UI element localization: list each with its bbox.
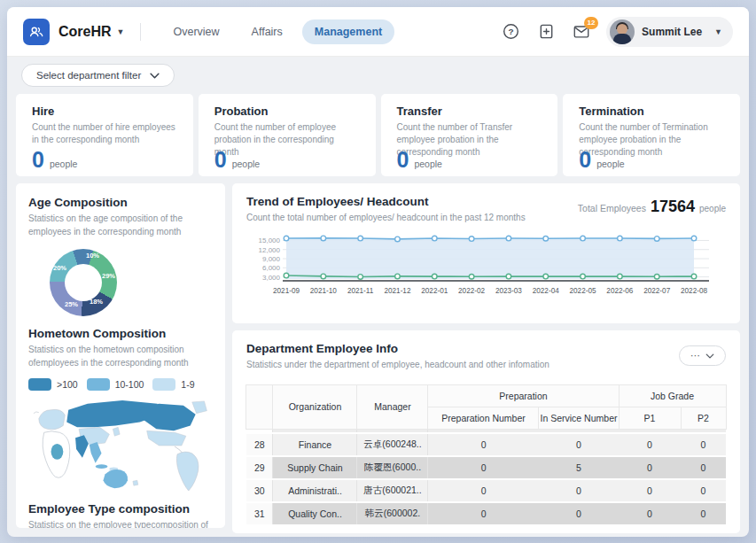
legend-swatch-mid: [87, 378, 110, 391]
row-index: 30: [246, 479, 273, 502]
composition-panel: Age Composition Statistics on the age co…: [16, 183, 225, 528]
row-index: 28: [246, 433, 273, 456]
header-index: [246, 384, 273, 429]
stat-card-termination: Termination Count the number of Terminat…: [563, 94, 740, 176]
table-row[interactable]: 31 Quality Con.. 韩云(600002. 0 0 0 0: [246, 502, 726, 525]
svg-text:2022-07: 2022-07: [643, 287, 670, 295]
legend-swatch-dark: [28, 378, 51, 391]
cell-in-service-number: 0: [539, 479, 619, 502]
age-composition-title: Age Composition: [28, 196, 213, 209]
department-filter-select[interactable]: Select department filter: [21, 64, 175, 87]
svg-text:2022-05: 2022-05: [570, 287, 596, 295]
total-employees-label: Total Employees: [578, 203, 646, 213]
cell-manager: 韩云(600002.: [357, 502, 428, 525]
tab-affairs[interactable]: Affairs: [239, 19, 295, 44]
cell-in-service-number: 0: [539, 502, 619, 525]
department-filter-label: Select department filter: [36, 70, 141, 81]
cell-manager: 唐古(600021..: [357, 479, 428, 502]
donut-label: 29%: [102, 272, 115, 280]
table-row[interactable]: 29 Supply Chain 陈覆恩(6000.. 0 5 0 0: [246, 456, 726, 479]
stat-title: Termination: [579, 105, 724, 118]
total-employees-value: 17564: [651, 198, 695, 216]
filter-bar: Select department filter: [7, 57, 749, 94]
stat-title: Transfer: [397, 105, 542, 118]
table-row[interactable]: 28 Finance 云卓(600248.. 0 0 0 0: [246, 433, 726, 456]
stat-value: 0: [397, 149, 409, 171]
cell-p2: 0: [681, 433, 726, 456]
svg-text:9,000: 9,000: [262, 255, 281, 263]
trend-card: Trend of Employees/ Headcount Count the …: [232, 183, 740, 323]
svg-text:2021-12: 2021-12: [384, 287, 410, 295]
svg-text:2021-11: 2021-11: [347, 287, 374, 295]
cell-in-service-number: 0: [539, 433, 619, 456]
legend-label: 10-100: [115, 379, 144, 390]
header-in-service-number[interactable]: In Service Number: [539, 407, 619, 429]
main-nav: Overview Affairs Management: [160, 19, 394, 44]
mail-icon[interactable]: 12: [573, 23, 590, 41]
chevron-down-icon: [150, 73, 160, 79]
cell-manager: 云卓(600248..: [357, 433, 428, 456]
employee-type-section: Employee Type composition Statistics on …: [28, 502, 213, 528]
stat-description: Count the number of hire employees in th…: [32, 121, 177, 147]
stat-value: 0: [579, 149, 591, 171]
tab-management[interactable]: Management: [302, 19, 394, 44]
cell-preparation-number: 0: [428, 456, 539, 479]
stat-title: Probation: [214, 105, 360, 118]
svg-text:6,000: 6,000: [262, 264, 281, 272]
mail-badge: 12: [584, 17, 598, 29]
trend-subtitle: Count the total number of employees/ hea…: [246, 212, 578, 225]
help-icon[interactable]: ?: [502, 23, 519, 41]
people-group-icon: [28, 24, 44, 40]
user-name: Summit Lee: [642, 26, 702, 38]
svg-text:2023-03: 2023-03: [495, 287, 522, 295]
dashboard-main: Age Composition Statistics on the age co…: [7, 176, 749, 533]
svg-text:12,000: 12,000: [259, 245, 281, 253]
stat-unit: people: [596, 159, 625, 169]
hometown-description: Statistics on the hometown composition o…: [28, 344, 213, 369]
app-switcher-caret-icon[interactable]: ▼: [117, 27, 125, 36]
cell-p1: 0: [619, 479, 681, 502]
stat-card-hire: Hire Count the number of hire employees …: [16, 94, 193, 176]
trend-title: Trend of Employees/ Headcount: [246, 195, 578, 208]
donut-label: 20%: [53, 264, 66, 272]
top-navigation-bar: CoreHR ▼ Overview Affairs Management ?: [7, 7, 749, 57]
cell-p1: 0: [619, 502, 681, 525]
stat-cards-row: Hire Count the number of hire employees …: [7, 94, 749, 176]
department-info-subtitle: Statistics under the department of emplo…: [246, 359, 679, 372]
corehr-logo-icon[interactable]: [23, 19, 50, 45]
user-menu[interactable]: Summit Lee ▼: [606, 17, 733, 47]
header-preparation-number[interactable]: Preparation Number: [428, 407, 539, 429]
stat-value: 0: [32, 149, 44, 171]
department-info-card: Department Employee Info Statistics unde…: [232, 330, 740, 533]
cell-preparation-number: 0: [428, 433, 539, 456]
legend-item: 10-100: [87, 378, 144, 391]
svg-text:2022-01: 2022-01: [421, 287, 448, 295]
stat-value: 0: [214, 149, 227, 171]
stat-card-probation: Probation Count the number of employee p…: [199, 94, 376, 176]
header-manager[interactable]: Manager: [357, 384, 428, 429]
world-map: [28, 396, 213, 499]
header-p1[interactable]: P1: [619, 407, 681, 429]
right-column: Trend of Employees/ Headcount Count the …: [232, 183, 740, 533]
stat-card-transfer: Transfer Count the number of Transfer em…: [381, 94, 558, 176]
cell-preparation-number: 0: [428, 479, 539, 502]
header-p2[interactable]: P2: [681, 407, 726, 429]
header-organization[interactable]: Organization: [273, 384, 357, 429]
ellipsis-icon: ⋯: [690, 350, 700, 361]
total-employees-unit: people: [699, 204, 726, 213]
hometown-title: Hometown Composition: [28, 327, 213, 340]
legend-label: 1-9: [181, 379, 194, 390]
cell-p2: 0: [681, 502, 726, 525]
donut-hole: [65, 264, 102, 301]
tab-overview[interactable]: Overview: [160, 19, 231, 44]
new-document-icon[interactable]: [537, 23, 555, 41]
table-row[interactable]: 30 Administrati.. 唐古(600021.. 0 0 0 0: [246, 479, 726, 502]
svg-text:2022-08: 2022-08: [681, 287, 707, 295]
table-options-button[interactable]: ⋯: [679, 345, 726, 366]
legend-swatch-light: [152, 378, 175, 391]
svg-text:3,000: 3,000: [262, 273, 281, 281]
cell-preparation-number: 0: [428, 502, 539, 525]
employee-type-description: Statistics on the employee typecompositi…: [28, 519, 213, 528]
svg-text:2021-10: 2021-10: [310, 287, 337, 295]
stat-unit: people: [232, 159, 261, 169]
